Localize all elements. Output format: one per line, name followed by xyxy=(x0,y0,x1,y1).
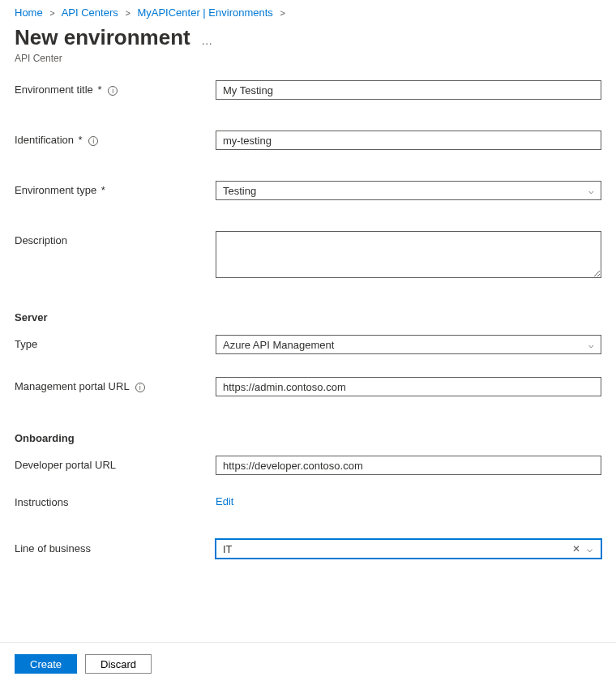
description-label: Description xyxy=(15,231,216,246)
dev-url-label: Developer portal URL xyxy=(15,456,216,471)
page-title: New environment xyxy=(15,25,190,50)
server-heading: Server xyxy=(15,311,601,323)
info-icon[interactable]: i xyxy=(88,136,98,146)
more-actions-icon[interactable]: … xyxy=(201,34,212,47)
onboarding-heading: Onboarding xyxy=(15,432,601,444)
chevron-right-icon: > xyxy=(280,8,284,18)
clear-icon[interactable]: ✕ xyxy=(569,543,584,554)
breadcrumb: Home > API Centers > MyAPICenter | Envir… xyxy=(0,0,616,24)
dev-url-input[interactable] xyxy=(216,456,601,475)
mgmt-url-input[interactable] xyxy=(216,377,601,396)
instructions-edit-link[interactable]: Edit xyxy=(216,493,233,507)
form-body: Environment title * i Identification * i… xyxy=(0,74,616,596)
create-button[interactable]: Create xyxy=(15,654,77,674)
chevron-right-icon: > xyxy=(49,8,54,18)
breadcrumb-myapicenter-environments[interactable]: MyAPICenter | Environments xyxy=(137,6,272,19)
server-type-select[interactable]: Azure API Management ⌵ xyxy=(216,335,601,354)
chevron-right-icon: > xyxy=(125,8,130,18)
chevron-down-icon: ⌵ xyxy=(588,340,594,350)
page-header: New environment … API Center xyxy=(0,24,616,74)
lob-select[interactable]: IT ✕ ⌵ xyxy=(216,539,601,559)
chevron-down-icon[interactable]: ⌵ xyxy=(584,543,596,554)
identification-label: Identification * i xyxy=(15,131,216,146)
description-textarea[interactable] xyxy=(216,231,601,278)
instructions-label: Instructions xyxy=(15,493,216,508)
breadcrumb-home[interactable]: Home xyxy=(15,6,43,19)
env-title-input[interactable] xyxy=(216,80,601,100)
env-type-label: Environment type * xyxy=(15,181,216,196)
identification-input[interactable] xyxy=(216,131,601,150)
discard-button[interactable]: Discard xyxy=(85,654,152,674)
breadcrumb-api-centers[interactable]: API Centers xyxy=(62,6,118,19)
lob-label: Line of business xyxy=(15,539,216,554)
env-type-select[interactable]: Testing ⌵ xyxy=(216,181,601,200)
server-type-label: Type xyxy=(15,335,216,350)
info-icon[interactable]: i xyxy=(135,383,145,392)
env-title-label: Environment title * i xyxy=(15,80,216,96)
footer-actions: Create Discard xyxy=(0,642,616,685)
mgmt-url-label: Management portal URL i xyxy=(15,377,216,392)
page-subtitle: API Center xyxy=(15,53,601,64)
info-icon[interactable]: i xyxy=(108,86,118,96)
chevron-down-icon: ⌵ xyxy=(588,186,594,196)
